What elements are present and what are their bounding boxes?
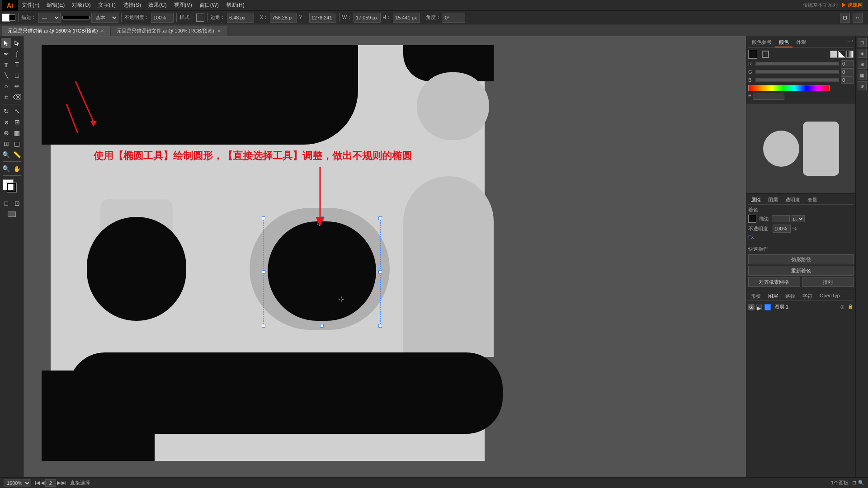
ellipse-tool[interactable]: ○	[1, 81, 11, 91]
stroke-type-select[interactable]: 基本	[91, 13, 118, 23]
tab-color[interactable]: 颜色	[775, 38, 793, 47]
scale-tool[interactable]: ⤡	[12, 106, 22, 116]
selection-tool[interactable]	[1, 38, 11, 48]
color-panel-expand[interactable]: ›	[852, 38, 854, 47]
stroke-color-black[interactable]	[9, 14, 15, 21]
normal-mode[interactable]: □	[1, 198, 11, 208]
layer-expand[interactable]: ▶	[756, 305, 762, 310]
quick-btn-recolor[interactable]: 重新着色	[748, 266, 854, 276]
stroke-select[interactable]: —	[38, 13, 61, 23]
b-value[interactable]	[841, 76, 854, 84]
layer-lock[interactable]: 🔒	[847, 304, 854, 310]
fill-stroke-indicator[interactable]	[3, 179, 21, 196]
black-circle-selected[interactable]	[268, 221, 376, 321]
props-tab-variable[interactable]: 变量	[805, 196, 820, 204]
rotate-tool[interactable]: ↻	[1, 106, 11, 116]
hex-input[interactable]	[753, 93, 784, 100]
r-slider[interactable]	[755, 62, 839, 66]
canvas-area[interactable]: 使用【椭圆工具】绘制圆形，【直接选择工具】调整，做出不规则的椭圆 ⊹	[24, 36, 746, 477]
free-transform-tool[interactable]: ⊞	[12, 117, 22, 127]
measure-tool[interactable]: 📏	[12, 150, 22, 160]
warp-tool[interactable]: ⌀	[1, 117, 11, 127]
style-box[interactable]	[196, 14, 204, 22]
shape-tool[interactable]: □	[12, 70, 22, 80]
page-input[interactable]	[45, 479, 56, 487]
handle-tl[interactable]	[262, 216, 265, 220]
props-tab-attr[interactable]: 属性	[748, 196, 764, 204]
h-input[interactable]	[393, 13, 420, 23]
prev-page-btn2[interactable]: ◀	[41, 480, 44, 486]
menu-edit[interactable]: 编辑(E)	[43, 0, 68, 11]
layer-tab-opentype[interactable]: OpenTyp	[817, 292, 843, 300]
menu-help[interactable]: 帮助(H)	[222, 0, 248, 11]
zoom-select[interactable]: 1600%	[4, 479, 31, 487]
fill-mini[interactable]	[748, 215, 756, 223]
eraser-tool[interactable]: ⌫	[12, 92, 22, 102]
fit-btn[interactable]: ⊡	[852, 480, 856, 486]
handle-br[interactable]	[378, 324, 382, 328]
paint-brush-tool[interactable]: ✏	[12, 81, 22, 91]
zoom-tool[interactable]: 🔍	[1, 164, 11, 174]
touch-type-tool[interactable]: T	[12, 60, 22, 70]
w-input[interactable]	[354, 13, 381, 23]
next-page-btn[interactable]: ▶	[57, 480, 61, 486]
color-panel-menu[interactable]: ≡	[847, 38, 850, 47]
menu-window[interactable]: 窗口(W)	[196, 0, 222, 11]
mesh-tool[interactable]: ⊞	[1, 139, 11, 149]
handle-bl[interactable]	[262, 324, 265, 328]
pen-tool[interactable]: ✒	[1, 49, 11, 59]
none-icon[interactable]	[838, 51, 845, 58]
stroke-box[interactable]	[7, 183, 16, 192]
transform-btn[interactable]: ↔	[853, 13, 863, 23]
angle-input[interactable]	[443, 13, 465, 23]
corner-input[interactable]	[227, 13, 254, 23]
stroke-color-box[interactable]	[762, 51, 769, 58]
line-tool[interactable]: ╲	[1, 70, 11, 80]
next-page-btn2[interactable]: ▶|	[61, 480, 66, 486]
x-input[interactable]	[270, 13, 297, 23]
tab-1[interactable]: 元旦是只猫逻辑文件.ai @ 100% (RGB/预览) ✕	[111, 26, 226, 36]
panel-btn-3[interactable]: ⊞	[858, 60, 867, 69]
b-slider[interactable]	[755, 78, 839, 82]
menu-type[interactable]: 文字(T)	[94, 0, 119, 11]
align-btn[interactable]: ⊡	[840, 13, 850, 23]
panel-btn-4[interactable]: ▦	[858, 70, 867, 80]
full-screen-btn[interactable]	[3, 209, 21, 219]
menu-effect[interactable]: 效果(C)	[145, 0, 170, 11]
stroke-width-input[interactable]	[772, 215, 790, 222]
type-tool[interactable]: T	[1, 60, 11, 70]
tab-0-close[interactable]: ✕	[100, 28, 104, 33]
quick-btn-align[interactable]: 对齐像素网格	[748, 277, 800, 287]
layer-visibility[interactable]	[748, 304, 755, 310]
direct-selection-tool[interactable]	[12, 38, 22, 48]
layer-tab-char[interactable]: 字符	[800, 292, 815, 300]
panel-btn-5[interactable]: ⊕	[858, 81, 867, 90]
opacity-prop-input[interactable]	[773, 225, 791, 233]
color-gradient-bar[interactable]	[748, 85, 830, 91]
draw-inside[interactable]: ⊡	[12, 198, 22, 208]
menu-select[interactable]: 选择(S)	[119, 0, 145, 11]
fill-color-box[interactable]	[748, 50, 757, 59]
pencil-tool[interactable]: ⌗	[1, 92, 11, 102]
y-input[interactable]	[309, 13, 336, 23]
curve-tool[interactable]: ∫	[12, 49, 22, 59]
menu-object[interactable]: 对象(O)	[68, 0, 94, 11]
layer-tab-layers[interactable]: 图层	[765, 292, 781, 300]
quick-btn-path[interactable]: 仿形路径	[748, 254, 854, 264]
layer-tab-path[interactable]: 路径	[783, 292, 798, 300]
hand-tool[interactable]: ✋	[12, 164, 22, 174]
tab-color-ref[interactable]: 颜色参考	[748, 38, 775, 47]
menu-view[interactable]: 视图(V)	[170, 0, 196, 11]
menu-file[interactable]: 文件(F)	[18, 0, 43, 11]
solid-icon[interactable]	[830, 51, 837, 58]
prev-page-btn[interactable]: |◀	[35, 480, 40, 486]
panel-btn-2[interactable]: ◈	[858, 49, 867, 58]
props-tab-layer[interactable]: 图层	[765, 196, 781, 204]
symbol-sprayer-tool[interactable]: ⊛	[1, 128, 11, 138]
tab-0[interactable]: 元旦是只猫讲解.ai @ 1600% (RGB/预览) ✕	[2, 26, 110, 36]
g-slider[interactable]	[755, 70, 839, 74]
quick-btn-arrange[interactable]: 排列	[802, 277, 854, 287]
handle-tr[interactable]	[378, 216, 382, 220]
g-value[interactable]	[841, 68, 854, 75]
layer-name[interactable]: 图层 1	[774, 304, 837, 310]
